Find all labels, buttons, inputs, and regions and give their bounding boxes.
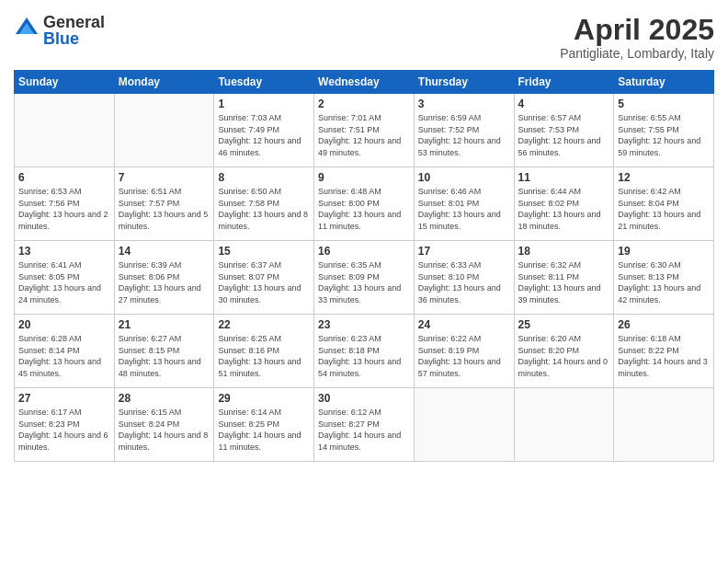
- day-number: 22: [218, 318, 310, 331]
- day-info: Sunrise: 6:44 AM Sunset: 8:02 PM Dayligh…: [518, 186, 610, 232]
- day-number: 10: [418, 171, 510, 184]
- day-number: 25: [518, 318, 610, 331]
- day-info: Sunrise: 6:37 AM Sunset: 8:07 PM Dayligh…: [218, 259, 310, 305]
- calendar-cell: 1Sunrise: 7:03 AM Sunset: 7:49 PM Daylig…: [214, 94, 314, 167]
- day-info: Sunrise: 6:33 AM Sunset: 8:10 PM Dayligh…: [418, 259, 510, 305]
- calendar-cell: 18Sunrise: 6:32 AM Sunset: 8:11 PM Dayli…: [514, 241, 614, 315]
- day-number: 17: [418, 245, 510, 258]
- day-info: Sunrise: 6:51 AM Sunset: 7:57 PM Dayligh…: [119, 186, 210, 232]
- month-title: April 2025: [560, 14, 714, 46]
- calendar-week-row: 1Sunrise: 7:03 AM Sunset: 7:49 PM Daylig…: [15, 94, 714, 167]
- logo-icon: [14, 16, 40, 41]
- day-number: 15: [218, 245, 310, 258]
- calendar-cell: 20Sunrise: 6:28 AM Sunset: 8:14 PM Dayli…: [15, 315, 115, 388]
- day-number: 9: [318, 171, 410, 184]
- header: General Blue April 2025 Pantigliate, Lom…: [14, 14, 714, 61]
- weekday-header: Sunday: [15, 71, 115, 94]
- calendar-cell: 7Sunrise: 6:51 AM Sunset: 7:57 PM Daylig…: [114, 167, 214, 241]
- day-number: 1: [218, 98, 310, 110]
- calendar-cell: [414, 388, 514, 462]
- day-number: 30: [318, 392, 410, 405]
- calendar-table: SundayMondayTuesdayWednesdayThursdayFrid…: [14, 70, 714, 462]
- day-number: 24: [418, 318, 510, 331]
- calendar-cell: 23Sunrise: 6:23 AM Sunset: 8:18 PM Dayli…: [314, 315, 415, 388]
- day-info: Sunrise: 6:55 AM Sunset: 7:55 PM Dayligh…: [618, 112, 710, 158]
- day-number: 12: [618, 171, 710, 184]
- day-number: 4: [518, 98, 610, 110]
- day-number: 14: [119, 245, 210, 258]
- calendar-cell: 19Sunrise: 6:30 AM Sunset: 8:13 PM Dayli…: [614, 241, 714, 315]
- day-info: Sunrise: 6:50 AM Sunset: 7:58 PM Dayligh…: [218, 186, 310, 232]
- day-info: Sunrise: 6:25 AM Sunset: 8:16 PM Dayligh…: [218, 333, 310, 379]
- calendar-week-row: 20Sunrise: 6:28 AM Sunset: 8:14 PM Dayli…: [15, 315, 714, 388]
- day-info: Sunrise: 6:23 AM Sunset: 8:18 PM Dayligh…: [318, 333, 410, 379]
- logo: General Blue: [14, 14, 105, 47]
- day-info: Sunrise: 7:01 AM Sunset: 7:51 PM Dayligh…: [318, 112, 410, 158]
- day-number: 18: [518, 245, 610, 258]
- day-number: 29: [218, 392, 310, 405]
- calendar-cell: 26Sunrise: 6:18 AM Sunset: 8:22 PM Dayli…: [614, 315, 714, 388]
- day-number: 20: [18, 318, 110, 331]
- calendar-cell: 21Sunrise: 6:27 AM Sunset: 8:15 PM Dayli…: [114, 315, 214, 388]
- calendar-week-row: 27Sunrise: 6:17 AM Sunset: 8:23 PM Dayli…: [15, 388, 714, 462]
- day-info: Sunrise: 6:46 AM Sunset: 8:01 PM Dayligh…: [418, 186, 510, 232]
- day-number: 11: [518, 171, 610, 184]
- calendar-cell: 2Sunrise: 7:01 AM Sunset: 7:51 PM Daylig…: [314, 94, 415, 167]
- logo-blue: Blue: [43, 30, 105, 47]
- day-info: Sunrise: 6:41 AM Sunset: 8:05 PM Dayligh…: [18, 259, 110, 305]
- day-number: 23: [318, 318, 410, 331]
- weekday-header: Friday: [514, 71, 614, 94]
- calendar-header-row: SundayMondayTuesdayWednesdayThursdayFrid…: [15, 71, 714, 94]
- weekday-header: Monday: [114, 71, 214, 94]
- day-info: Sunrise: 6:22 AM Sunset: 8:19 PM Dayligh…: [418, 333, 510, 379]
- day-info: Sunrise: 6:48 AM Sunset: 8:00 PM Dayligh…: [318, 186, 410, 232]
- calendar-cell: 28Sunrise: 6:15 AM Sunset: 8:24 PM Dayli…: [114, 388, 214, 462]
- calendar-cell: [614, 388, 714, 462]
- calendar-cell: 16Sunrise: 6:35 AM Sunset: 8:09 PM Dayli…: [314, 241, 415, 315]
- day-number: 13: [18, 245, 110, 258]
- day-info: Sunrise: 6:30 AM Sunset: 8:13 PM Dayligh…: [618, 259, 710, 305]
- day-number: 27: [18, 392, 110, 405]
- calendar-cell: 11Sunrise: 6:44 AM Sunset: 8:02 PM Dayli…: [514, 167, 614, 241]
- day-number: 6: [18, 171, 110, 184]
- calendar-cell: 12Sunrise: 6:42 AM Sunset: 8:04 PM Dayli…: [614, 167, 714, 241]
- day-info: Sunrise: 6:39 AM Sunset: 8:06 PM Dayligh…: [119, 259, 210, 305]
- weekday-header: Thursday: [414, 71, 514, 94]
- day-info: Sunrise: 7:03 AM Sunset: 7:49 PM Dayligh…: [218, 112, 310, 158]
- day-info: Sunrise: 6:18 AM Sunset: 8:22 PM Dayligh…: [618, 333, 710, 379]
- day-info: Sunrise: 6:42 AM Sunset: 8:04 PM Dayligh…: [618, 186, 710, 232]
- day-info: Sunrise: 6:59 AM Sunset: 7:52 PM Dayligh…: [418, 112, 510, 158]
- day-number: 16: [318, 245, 410, 258]
- calendar-cell: 29Sunrise: 6:14 AM Sunset: 8:25 PM Dayli…: [214, 388, 314, 462]
- day-number: 21: [119, 318, 210, 331]
- location-title: Pantigliate, Lombardy, Italy: [560, 46, 714, 61]
- calendar-cell: 22Sunrise: 6:25 AM Sunset: 8:16 PM Dayli…: [214, 315, 314, 388]
- calendar-cell: 25Sunrise: 6:20 AM Sunset: 8:20 PM Dayli…: [514, 315, 614, 388]
- calendar-cell: 4Sunrise: 6:57 AM Sunset: 7:53 PM Daylig…: [514, 94, 614, 167]
- day-info: Sunrise: 6:15 AM Sunset: 8:24 PM Dayligh…: [119, 407, 210, 453]
- calendar-week-row: 6Sunrise: 6:53 AM Sunset: 7:56 PM Daylig…: [15, 167, 714, 241]
- weekday-header: Wednesday: [314, 71, 415, 94]
- day-number: 2: [318, 98, 410, 110]
- weekday-header: Tuesday: [214, 71, 314, 94]
- calendar-cell: 9Sunrise: 6:48 AM Sunset: 8:00 PM Daylig…: [314, 167, 415, 241]
- calendar-cell: [15, 94, 115, 167]
- calendar-cell: [514, 388, 614, 462]
- calendar-cell: 6Sunrise: 6:53 AM Sunset: 7:56 PM Daylig…: [15, 167, 115, 241]
- calendar-cell: 17Sunrise: 6:33 AM Sunset: 8:10 PM Dayli…: [414, 241, 514, 315]
- title-block: April 2025 Pantigliate, Lombardy, Italy: [560, 14, 714, 61]
- day-info: Sunrise: 6:57 AM Sunset: 7:53 PM Dayligh…: [518, 112, 610, 158]
- calendar-cell: 5Sunrise: 6:55 AM Sunset: 7:55 PM Daylig…: [614, 94, 714, 167]
- logo-general: General: [43, 14, 105, 30]
- logo-text: General Blue: [43, 14, 105, 47]
- calendar-cell: 13Sunrise: 6:41 AM Sunset: 8:05 PM Dayli…: [15, 241, 115, 315]
- calendar-cell: [114, 94, 214, 167]
- day-info: Sunrise: 6:12 AM Sunset: 8:27 PM Dayligh…: [318, 407, 410, 453]
- day-number: 26: [618, 318, 710, 331]
- calendar-cell: 27Sunrise: 6:17 AM Sunset: 8:23 PM Dayli…: [15, 388, 115, 462]
- day-number: 28: [119, 392, 210, 405]
- day-info: Sunrise: 6:35 AM Sunset: 8:09 PM Dayligh…: [318, 259, 410, 305]
- day-info: Sunrise: 6:20 AM Sunset: 8:20 PM Dayligh…: [518, 333, 610, 379]
- day-info: Sunrise: 6:28 AM Sunset: 8:14 PM Dayligh…: [18, 333, 110, 379]
- day-number: 19: [618, 245, 710, 258]
